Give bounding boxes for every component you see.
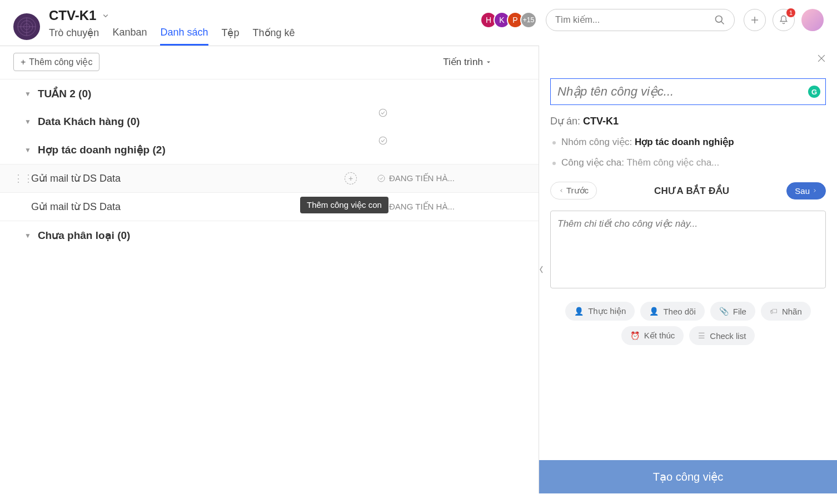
group-chua-phan-loai[interactable]: ▼ Chưa phân loại (0) [0,221,539,249]
add-task-label: Thêm công việc [29,57,92,67]
project-logo [13,13,40,40]
group-data-khach-hang[interactable]: ▼ Data Khách hàng (0) [0,108,539,136]
caret-down-icon: ▼ [24,118,31,126]
search-box[interactable] [546,9,735,31]
caret-down-icon: ▼ [24,232,31,239]
notifications-button[interactable]: 1 [773,9,795,31]
user-avatar[interactable] [801,9,824,31]
check-circle-icon [377,174,386,183]
paperclip-icon: 📎 [719,307,729,316]
group-tuan2[interactable]: ▼ TUẦN 2 (0) [0,79,539,108]
deadline-chip[interactable]: ⏰Kết thúc [621,326,684,345]
tab-kanban[interactable]: Kanban [112,27,147,46]
file-chip[interactable]: 📎File [710,302,755,321]
caret-down-icon: ▼ [24,90,31,98]
progress-column-header[interactable]: Tiến trình [443,56,492,68]
plus-icon [750,15,760,25]
search-input[interactable] [555,15,714,25]
tag-icon: 🏷 [770,307,778,316]
task-status: ĐANG TIẾN HÀ... [377,202,455,212]
group-meta[interactable]: Nhóm công việc: Hợp tác doanh nghiệp [550,136,826,148]
task-list-pane: + Thêm công việc Tiến trình ▼ TUẦN 2 (0)… [0,45,539,493]
parent-meta[interactable]: Công việc cha: Thêm công việc cha... [550,157,826,168]
checklist-chip[interactable]: ☰Check list [689,326,755,345]
chevron-down-icon[interactable] [101,11,111,21]
tab-chat[interactable]: Trò chuyện [49,27,99,46]
follower-chip[interactable]: 👤Theo dõi [640,302,704,321]
project-title[interactable]: CTV-K1 [49,8,96,23]
drag-handle-icon[interactable]: ⋮⋮ [13,172,33,184]
prev-status-button[interactable]: Trước [550,182,597,199]
caret-down-icon [485,59,492,66]
clock-icon: ⏰ [630,331,640,340]
person-icon: 👤 [649,307,659,316]
chevron-right-icon [812,188,818,193]
svg-line-6 [721,22,724,24]
task-row[interactable]: Gửi mail từ DS Data ĐANG TIẾN HÀ... [0,192,539,221]
project-meta: Dự án: CTV-K1 [550,115,826,127]
member-avatars[interactable]: H K P +15 [484,12,537,28]
app-header: CTV-K1 Trò chuyện Kanban Danh sách Tệp T… [0,1,837,46]
task-name: Gửi mail từ DS Data [31,172,121,184]
person-icon: 👤 [574,307,584,316]
collapse-handle[interactable] [538,263,545,276]
tab-list[interactable]: Danh sách [160,27,208,46]
next-status-button[interactable]: Sau [786,182,826,199]
list-icon: ☰ [698,331,705,340]
task-detail-panel: G Dự án: CTV-K1 Nhóm công việc: Hợp tác … [539,45,837,493]
description-input[interactable] [550,211,826,288]
assignee-chip[interactable]: 👤Thực hiện [565,302,635,321]
notification-badge: 1 [786,8,795,17]
label-chip[interactable]: 🏷Nhãn [761,302,811,321]
task-row[interactable]: ⋮⋮ Gửi mail từ DS Data + ĐANG TIẾN HÀ... [0,164,539,192]
add-subtask-button[interactable]: + [345,172,357,184]
add-task-button[interactable]: + Thêm công việc [13,53,99,71]
chevron-left-icon [559,188,564,193]
task-name: Gửi mail từ DS Data [31,201,121,213]
tooltip-add-subtask: Thêm công việc con [300,197,388,213]
grammarly-icon[interactable]: G [808,86,820,98]
list-header: + Thêm công việc Tiến trình [0,45,539,79]
status-label: CHƯA BẮT ĐẦU [654,185,729,197]
avatar-more[interactable]: +15 [520,12,537,28]
group-hop-tac[interactable]: ▼ Hợp tác doanh nghiệp (2) [0,136,539,164]
chevron-left-icon [538,263,545,276]
plus-icon: + [21,57,26,67]
close-icon [816,53,827,64]
add-button[interactable] [744,9,766,31]
task-name-input[interactable] [550,78,826,105]
create-task-button[interactable]: Tạo công việc [539,460,837,493]
close-button[interactable] [816,53,827,64]
caret-down-icon: ▼ [24,146,31,154]
compass-icon [17,17,37,37]
svg-point-5 [716,16,723,23]
tab-stats[interactable]: Thống kê [253,27,295,46]
tabs: Trò chuyện Kanban Danh sách Tệp Thống kê [49,27,295,46]
tab-files[interactable]: Tệp [222,27,240,46]
svg-point-12 [378,175,385,182]
search-icon[interactable] [714,14,725,26]
task-status: ĐANG TIẾN HÀ... [377,173,455,183]
